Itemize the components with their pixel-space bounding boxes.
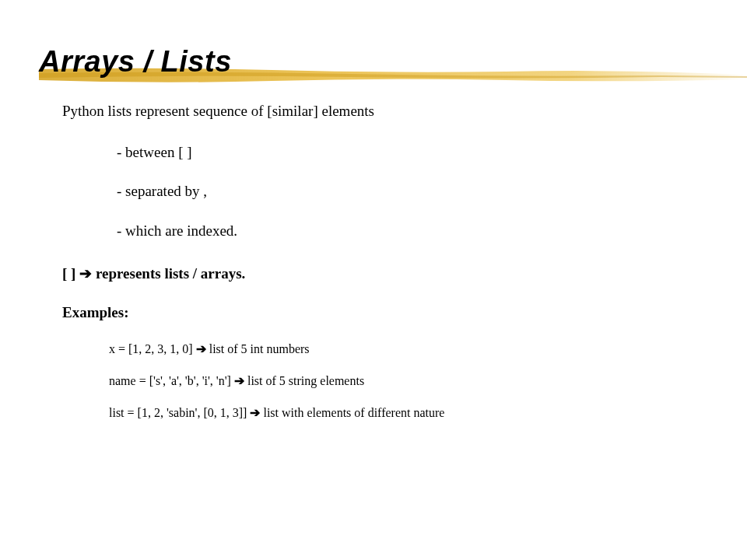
- example-item: name = ['s', 'a', 'b', 'i', 'n'] ➔ list …: [109, 373, 747, 390]
- bracket-suffix: represents lists / arrays.: [92, 265, 245, 282]
- example-code: name = ['s', 'a', 'b', 'i', 'n']: [109, 374, 234, 387]
- example-code: x = [1, 2, 3, 1, 0]: [109, 342, 196, 355]
- example-item: x = [1, 2, 3, 1, 0] ➔ list of 5 int numb…: [109, 341, 747, 358]
- bullet-item: - separated by ,: [117, 182, 747, 201]
- arrow-icon: ➔: [234, 374, 244, 387]
- slide-content: Python lists represent sequence of [simi…: [0, 79, 747, 422]
- example-desc: list of 5 string elements: [244, 374, 364, 387]
- arrow-icon: ➔: [250, 406, 260, 419]
- examples-header: Examples:: [62, 303, 747, 323]
- example-desc: list of 5 int numbers: [206, 342, 310, 355]
- example-code: list = [1, 2, 'sabin', [0, 1, 3]]: [109, 406, 250, 419]
- arrow-icon: ➔: [79, 265, 92, 282]
- example-desc: list with elements of different nature: [260, 406, 444, 419]
- bracket-prefix: [ ]: [62, 265, 79, 282]
- example-item: list = [1, 2, 'sabin', [0, 1, 3]] ➔ list…: [109, 405, 747, 422]
- examples-list: x = [1, 2, 3, 1, 0] ➔ list of 5 int numb…: [62, 341, 747, 421]
- bracket-definition: [ ] ➔ represents lists / arrays.: [62, 264, 747, 284]
- arrow-icon: ➔: [196, 342, 206, 355]
- slide-title: Arrays / Lists: [39, 45, 747, 79]
- bullet-item: - between [ ]: [117, 143, 747, 163]
- intro-text: Python lists represent sequence of [simi…: [62, 102, 747, 121]
- bullet-list: - between [ ] - separated by , - which a…: [62, 143, 747, 241]
- bullet-item: - which are indexed.: [117, 222, 747, 241]
